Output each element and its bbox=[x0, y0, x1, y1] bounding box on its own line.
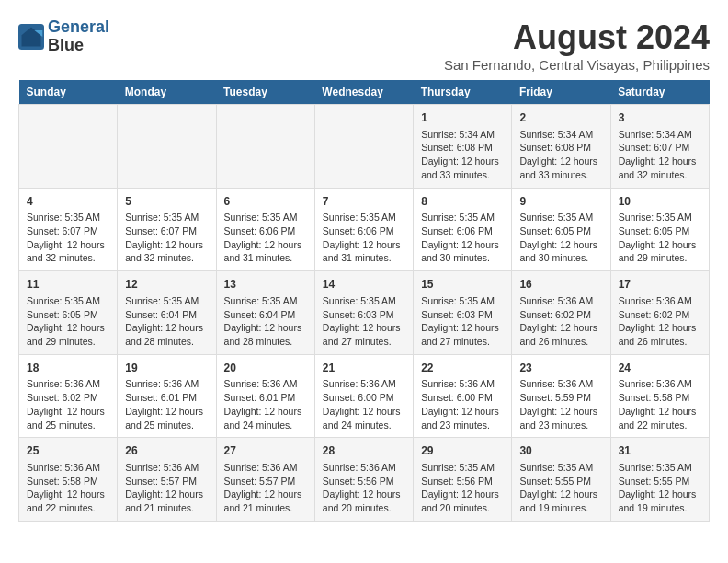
calendar-cell: 7Sunrise: 5:35 AM Sunset: 6:06 PM Daylig… bbox=[314, 188, 413, 271]
day-number: 23 bbox=[519, 361, 602, 376]
day-number: 17 bbox=[619, 277, 701, 293]
calendar-cell: 10Sunrise: 5:35 AM Sunset: 6:05 PM Dayli… bbox=[610, 188, 709, 271]
calendar-cell: 15Sunrise: 5:35 AM Sunset: 6:03 PM Dayli… bbox=[414, 271, 512, 355]
calendar-cell bbox=[314, 105, 413, 189]
calendar-cell bbox=[216, 105, 314, 189]
calendar-cell: 14Sunrise: 5:35 AM Sunset: 6:03 PM Dayli… bbox=[314, 271, 413, 355]
calendar-cell: 13Sunrise: 5:35 AM Sunset: 6:04 PM Dayli… bbox=[216, 271, 314, 355]
day-info: Sunrise: 5:35 AM Sunset: 6:03 PM Dayligh… bbox=[323, 294, 405, 349]
calendar-week-row: 4Sunrise: 5:35 AM Sunset: 6:07 PM Daylig… bbox=[19, 188, 710, 271]
day-header-saturday: Saturday bbox=[610, 80, 709, 105]
day-number: 10 bbox=[619, 194, 701, 210]
day-header-tuesday: Tuesday bbox=[216, 80, 314, 105]
calendar-cell: 17Sunrise: 5:36 AM Sunset: 6:02 PM Dayli… bbox=[610, 271, 709, 355]
day-number: 28 bbox=[323, 443, 405, 459]
day-info: Sunrise: 5:36 AM Sunset: 5:57 PM Dayligh… bbox=[224, 461, 307, 515]
day-info: Sunrise: 5:35 AM Sunset: 6:06 PM Dayligh… bbox=[323, 211, 405, 265]
day-number: 22 bbox=[421, 361, 504, 376]
day-number: 19 bbox=[125, 361, 208, 376]
day-number: 13 bbox=[224, 277, 307, 293]
day-info: Sunrise: 5:35 AM Sunset: 5:55 PM Dayligh… bbox=[519, 461, 602, 515]
day-info: Sunrise: 5:35 AM Sunset: 6:03 PM Dayligh… bbox=[421, 294, 504, 349]
calendar-cell: 23Sunrise: 5:36 AM Sunset: 5:59 PM Dayli… bbox=[512, 354, 610, 438]
day-info: Sunrise: 5:36 AM Sunset: 6:02 PM Dayligh… bbox=[519, 294, 602, 349]
day-info: Sunrise: 5:36 AM Sunset: 5:56 PM Dayligh… bbox=[323, 461, 405, 515]
calendar-cell: 6Sunrise: 5:35 AM Sunset: 6:06 PM Daylig… bbox=[216, 188, 314, 271]
day-info: Sunrise: 5:35 AM Sunset: 6:06 PM Dayligh… bbox=[421, 211, 504, 265]
calendar-cell bbox=[118, 105, 216, 189]
day-info: Sunrise: 5:36 AM Sunset: 6:00 PM Dayligh… bbox=[421, 377, 504, 431]
calendar-cell: 21Sunrise: 5:36 AM Sunset: 6:00 PM Dayli… bbox=[314, 354, 413, 438]
day-header-friday: Friday bbox=[512, 80, 610, 105]
calendar-cell: 31Sunrise: 5:35 AM Sunset: 5:55 PM Dayli… bbox=[610, 438, 709, 522]
logo-line2: Blue bbox=[48, 37, 109, 55]
day-header-sunday: Sunday bbox=[19, 80, 118, 105]
calendar-header-row: SundayMondayTuesdayWednesdayThursdayFrid… bbox=[19, 80, 710, 105]
calendar-cell: 5Sunrise: 5:35 AM Sunset: 6:07 PM Daylig… bbox=[118, 188, 216, 271]
calendar-cell: 8Sunrise: 5:35 AM Sunset: 6:06 PM Daylig… bbox=[414, 188, 512, 271]
day-info: Sunrise: 5:36 AM Sunset: 6:02 PM Dayligh… bbox=[27, 377, 109, 431]
day-info: Sunrise: 5:35 AM Sunset: 6:07 PM Dayligh… bbox=[27, 211, 109, 265]
day-info: Sunrise: 5:36 AM Sunset: 5:57 PM Dayligh… bbox=[125, 461, 208, 515]
day-number: 29 bbox=[421, 443, 504, 459]
day-number: 8 bbox=[421, 194, 504, 210]
calendar-cell: 27Sunrise: 5:36 AM Sunset: 5:57 PM Dayli… bbox=[216, 438, 314, 522]
day-header-thursday: Thursday bbox=[414, 80, 512, 105]
day-number: 24 bbox=[619, 361, 701, 376]
logo-line1: General bbox=[48, 17, 109, 36]
day-number: 3 bbox=[619, 110, 701, 126]
calendar-week-row: 18Sunrise: 5:36 AM Sunset: 6:02 PM Dayli… bbox=[19, 354, 710, 438]
calendar-cell: 30Sunrise: 5:35 AM Sunset: 5:55 PM Dayli… bbox=[512, 438, 610, 522]
day-number: 6 bbox=[224, 194, 307, 210]
calendar-cell: 1Sunrise: 5:34 AM Sunset: 6:08 PM Daylig… bbox=[414, 105, 512, 189]
calendar-cell: 16Sunrise: 5:36 AM Sunset: 6:02 PM Dayli… bbox=[512, 271, 610, 355]
day-number: 1 bbox=[421, 110, 504, 126]
day-number: 7 bbox=[323, 194, 405, 210]
day-info: Sunrise: 5:36 AM Sunset: 6:01 PM Dayligh… bbox=[125, 377, 208, 431]
page-header: General Blue August 2024 San Fernando, C… bbox=[18, 18, 710, 73]
day-number: 21 bbox=[323, 361, 405, 376]
day-number: 27 bbox=[224, 443, 307, 459]
day-info: Sunrise: 5:36 AM Sunset: 5:58 PM Dayligh… bbox=[27, 461, 109, 515]
day-info: Sunrise: 5:34 AM Sunset: 6:07 PM Dayligh… bbox=[619, 128, 701, 182]
calendar-cell: 9Sunrise: 5:35 AM Sunset: 6:05 PM Daylig… bbox=[512, 188, 610, 271]
day-info: Sunrise: 5:35 AM Sunset: 6:06 PM Dayligh… bbox=[224, 211, 307, 265]
day-number: 20 bbox=[224, 361, 307, 376]
day-info: Sunrise: 5:35 AM Sunset: 6:07 PM Dayligh… bbox=[125, 211, 208, 265]
day-number: 2 bbox=[519, 110, 602, 126]
day-number: 30 bbox=[519, 443, 602, 459]
day-info: Sunrise: 5:36 AM Sunset: 5:58 PM Dayligh… bbox=[619, 377, 701, 431]
calendar-cell: 22Sunrise: 5:36 AM Sunset: 6:00 PM Dayli… bbox=[414, 354, 512, 438]
logo-icon bbox=[18, 24, 44, 50]
day-info: Sunrise: 5:35 AM Sunset: 5:56 PM Dayligh… bbox=[421, 461, 504, 515]
day-info: Sunrise: 5:36 AM Sunset: 6:02 PM Dayligh… bbox=[619, 294, 701, 349]
calendar-cell: 25Sunrise: 5:36 AM Sunset: 5:58 PM Dayli… bbox=[19, 438, 118, 522]
day-number: 15 bbox=[421, 277, 504, 293]
calendar-cell: 20Sunrise: 5:36 AM Sunset: 6:01 PM Dayli… bbox=[216, 354, 314, 438]
day-number: 12 bbox=[125, 277, 208, 293]
calendar-cell: 26Sunrise: 5:36 AM Sunset: 5:57 PM Dayli… bbox=[118, 438, 216, 522]
day-info: Sunrise: 5:35 AM Sunset: 6:05 PM Dayligh… bbox=[519, 211, 602, 265]
calendar-cell: 4Sunrise: 5:35 AM Sunset: 6:07 PM Daylig… bbox=[19, 188, 118, 271]
day-header-monday: Monday bbox=[118, 80, 216, 105]
day-info: Sunrise: 5:35 AM Sunset: 6:04 PM Dayligh… bbox=[224, 294, 307, 349]
day-number: 31 bbox=[619, 443, 701, 459]
day-info: Sunrise: 5:36 AM Sunset: 6:01 PM Dayligh… bbox=[224, 377, 307, 431]
day-info: Sunrise: 5:36 AM Sunset: 6:00 PM Dayligh… bbox=[323, 377, 405, 431]
calendar-cell: 11Sunrise: 5:35 AM Sunset: 6:05 PM Dayli… bbox=[19, 271, 118, 355]
day-number: 5 bbox=[125, 194, 208, 210]
day-info: Sunrise: 5:35 AM Sunset: 6:05 PM Dayligh… bbox=[27, 294, 109, 349]
calendar-body: 1Sunrise: 5:34 AM Sunset: 6:08 PM Daylig… bbox=[19, 105, 710, 522]
calendar-cell: 29Sunrise: 5:35 AM Sunset: 5:56 PM Dayli… bbox=[414, 438, 512, 522]
logo-text: General Blue bbox=[48, 18, 109, 55]
calendar-week-row: 25Sunrise: 5:36 AM Sunset: 5:58 PM Dayli… bbox=[19, 438, 710, 522]
day-number: 14 bbox=[323, 277, 405, 293]
day-number: 16 bbox=[519, 277, 602, 293]
day-number: 18 bbox=[27, 361, 109, 376]
logo: General Blue bbox=[18, 18, 109, 55]
day-number: 26 bbox=[125, 443, 208, 459]
calendar-week-row: 1Sunrise: 5:34 AM Sunset: 6:08 PM Daylig… bbox=[19, 105, 710, 189]
calendar-cell: 19Sunrise: 5:36 AM Sunset: 6:01 PM Dayli… bbox=[118, 354, 216, 438]
day-number: 4 bbox=[27, 194, 109, 210]
calendar-cell: 12Sunrise: 5:35 AM Sunset: 6:04 PM Dayli… bbox=[118, 271, 216, 355]
